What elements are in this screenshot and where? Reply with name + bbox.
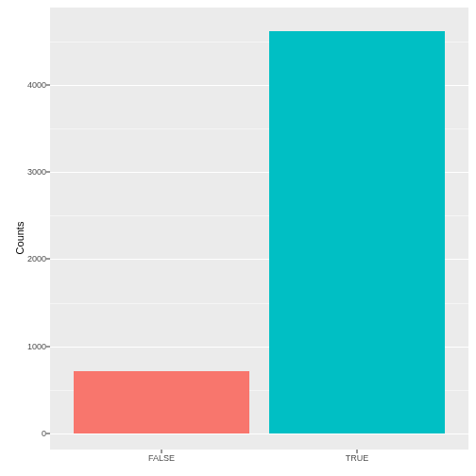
y-tick-label: 1000 (18, 342, 46, 351)
plot-area (50, 8, 468, 450)
y-tick-label: 0 (18, 429, 46, 438)
bar-false (74, 371, 249, 434)
y-tick-label: 3000 (18, 167, 46, 177)
bar-chart: Counts FALSE TRUE 01000200030004000 (0, 0, 476, 476)
y-tick-mark (46, 172, 50, 173)
x-tick-label: FALSE (148, 453, 175, 463)
y-tick-label: 4000 (18, 80, 46, 90)
y-tick-mark (46, 259, 50, 260)
y-tick-mark (46, 84, 50, 85)
y-tick-mark (46, 434, 50, 434)
y-axis-label: Counts (14, 222, 26, 255)
gridline-major (50, 434, 468, 434)
bar-true (269, 31, 445, 434)
x-tick-label: TRUE (346, 453, 369, 463)
y-tick-mark (46, 346, 50, 347)
y-tick-label: 2000 (18, 254, 46, 264)
